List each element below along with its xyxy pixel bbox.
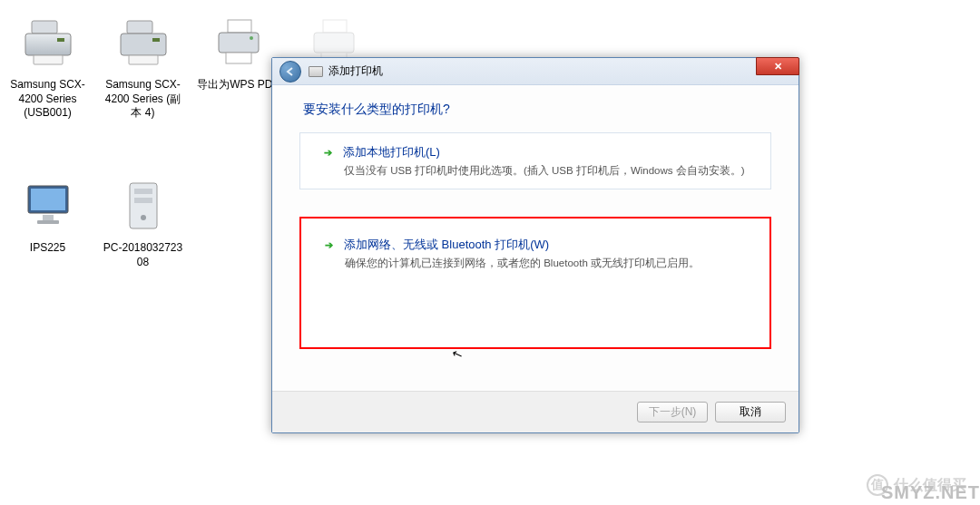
printer-device-icon — [207, 14, 270, 73]
icon-label: Samsung SCX-4200 Series (副本 4) — [100, 78, 186, 121]
dialog-footer: 下一步(N) 取消 — [272, 391, 799, 432]
svg-rect-8 — [228, 20, 251, 33]
svg-rect-21 — [134, 198, 152, 203]
printer-icon-samsung-usb001[interactable]: Samsung SCX-4200 Series (USB001) — [5, 14, 91, 121]
add-local-printer-option[interactable]: ➔ 添加本地打印机(L) 仅当没有 USB 打印机时使用此选项。(插入 USB … — [299, 132, 771, 189]
icon-label: Samsung SCX-4200 Series (USB001) — [5, 78, 91, 121]
dialog-titlebar[interactable]: 添加打印机 — [272, 58, 799, 85]
cancel-button[interactable]: 取消 — [715, 402, 786, 422]
svg-rect-3 — [57, 38, 64, 42]
dialog-body: 要安装什么类型的打印机? ➔ 添加本地打印机(L) 仅当没有 USB 打印机时使… — [272, 85, 799, 391]
svg-rect-2 — [34, 55, 63, 64]
desktop-icons-row-2: IPS225 PC-2018032723 08 — [0, 177, 186, 269]
svg-point-22 — [141, 215, 146, 220]
option-title-text: 添加网络、无线或 Bluetooth 打印机(W) — [344, 237, 549, 253]
svg-rect-7 — [152, 38, 160, 42]
brand-text: SMYZ.NET — [881, 482, 980, 503]
add-network-printer-option[interactable]: ➔ 添加网络、无线或 Bluetooth 打印机(W) 确保您的计算机已连接到网… — [299, 217, 771, 349]
next-button[interactable]: 下一步(N) — [637, 402, 708, 422]
add-printer-dialog: 添加打印机 要安装什么类型的打印机? ➔ 添加本地打印机(L) 仅当没有 USB… — [271, 57, 799, 433]
printer-device-icon — [16, 14, 80, 73]
arrow-right-icon: ➔ — [324, 147, 332, 159]
icon-label: PC-2018032723 08 — [100, 241, 186, 269]
svg-point-11 — [250, 36, 253, 40]
dialog-heading: 要安装什么类型的打印机? — [303, 102, 771, 118]
svg-rect-17 — [43, 215, 54, 220]
option-title: ➔ 添加本地打印机(L) — [324, 144, 756, 160]
svg-rect-1 — [25, 34, 71, 55]
monitor-icon-ips225[interactable]: IPS225 — [5, 177, 91, 269]
svg-rect-13 — [314, 33, 354, 53]
close-button[interactable] — [756, 57, 799, 75]
computer-device-icon — [112, 177, 175, 236]
option-title: ➔ 添加网络、无线或 Bluetooth 打印机(W) — [325, 237, 755, 253]
monitor-device-icon — [16, 177, 80, 236]
svg-rect-6 — [129, 55, 158, 64]
dialog-title: 添加打印机 — [328, 63, 383, 79]
svg-rect-20 — [134, 189, 152, 194]
icon-label: 导出为WPS PDF — [197, 78, 279, 92]
svg-rect-10 — [226, 53, 251, 63]
option-description: 仅当没有 USB 打印机时使用此选项。(插入 USB 打印机后，Windows … — [344, 164, 756, 178]
svg-rect-12 — [323, 20, 347, 33]
svg-rect-4 — [127, 21, 152, 34]
svg-rect-0 — [32, 21, 57, 34]
svg-rect-16 — [31, 189, 65, 210]
svg-rect-9 — [219, 33, 259, 53]
printer-device-icon — [112, 14, 175, 73]
icon-label: IPS225 — [30, 241, 65, 256]
back-button[interactable] — [279, 61, 301, 83]
printer-icon-samsung-copy4[interactable]: Samsung SCX-4200 Series (副本 4) — [100, 14, 186, 121]
svg-rect-18 — [37, 220, 59, 224]
computer-icon-pc[interactable]: PC-2018032723 08 — [100, 177, 186, 269]
svg-rect-5 — [121, 34, 166, 55]
arrow-right-icon: ➔ — [325, 239, 333, 251]
printer-icon-wps-pdf[interactable]: 导出为WPS PDF — [195, 14, 281, 121]
option-title-text: 添加本地打印机(L) — [343, 144, 440, 160]
option-description: 确保您的计算机已连接到网络，或者您的 Bluetooth 或无线打印机已启用。 — [345, 257, 755, 270]
printer-icon — [309, 66, 323, 77]
